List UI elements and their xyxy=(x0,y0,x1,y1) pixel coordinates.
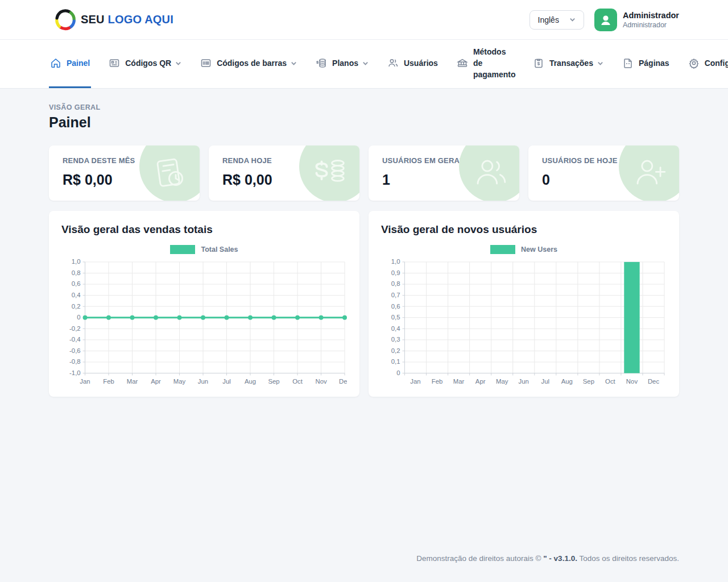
svg-text:Sep: Sep xyxy=(268,378,279,385)
stat-cards-row: RENDA DESTE MÊS R$ 0,00 RENDA HOJE R$ 0,… xyxy=(49,146,679,201)
qr-code-icon xyxy=(109,57,120,69)
plans-coins-icon xyxy=(316,57,327,69)
nav-item-codigos-qr[interactable]: Códigos QR xyxy=(107,40,183,88)
nav-item-codigos-de-barras[interactable]: Códigos de barras xyxy=(199,40,298,88)
svg-text:May: May xyxy=(496,378,508,385)
legend-label: New Users xyxy=(521,246,557,253)
barcode-icon xyxy=(200,57,212,69)
svg-text:Feb: Feb xyxy=(432,378,443,385)
svg-text:0: 0 xyxy=(396,369,400,376)
svg-text:-0,4: -0,4 xyxy=(69,336,81,343)
bank-icon xyxy=(457,57,468,69)
nav-item-metodos-de-pagamento[interactable]: Métodos de pagamento xyxy=(456,40,515,88)
total-sales-line-chart: 1,00,80,60,40,20-0,2-0,4-0,6-0,8-1,0JanF… xyxy=(61,257,347,390)
logo-text-black: SEU xyxy=(81,13,105,26)
svg-text:Feb: Feb xyxy=(103,378,114,385)
avatar xyxy=(594,9,617,31)
nav-item-painel[interactable]: Painel xyxy=(49,40,91,88)
svg-text:Apr: Apr xyxy=(475,378,486,385)
svg-text:0,7: 0,7 xyxy=(391,292,400,298)
footer-text: Todos os direitos reservados. xyxy=(577,554,679,563)
svg-text:Dec: Dec xyxy=(339,378,347,385)
chevron-down-icon xyxy=(597,60,603,66)
logo[interactable]: SEU LOGO AQUI xyxy=(53,8,173,32)
language-value: Inglês xyxy=(538,15,559,24)
user-role: Administrador xyxy=(623,21,679,29)
svg-text:-1,0: -1,0 xyxy=(69,369,81,376)
nav-label: Painel xyxy=(67,59,90,68)
svg-text:Nov: Nov xyxy=(315,378,327,385)
svg-text:Dec: Dec xyxy=(648,378,660,385)
svg-text:0,2: 0,2 xyxy=(391,347,400,354)
svg-text:0,2: 0,2 xyxy=(72,303,81,310)
stat-decoration xyxy=(139,146,200,201)
svg-text:0,6: 0,6 xyxy=(72,280,81,287)
nav-label: Códigos de barras xyxy=(217,59,287,68)
stat-decoration xyxy=(619,146,679,201)
language-selector[interactable]: Inglês xyxy=(530,10,584,30)
svg-text:Jan: Jan xyxy=(80,378,90,385)
stat-decoration xyxy=(459,146,519,201)
svg-text:0,1: 0,1 xyxy=(391,358,400,365)
new-users-chart-card: Visão geral de novos usuários New Users … xyxy=(369,211,679,397)
svg-text:Mar: Mar xyxy=(453,378,465,385)
transactions-icon xyxy=(533,57,544,69)
breadcrumb: VISÃO GERAL xyxy=(49,103,679,111)
footer-text: Demonstração de direitos autorais © xyxy=(416,554,543,563)
nav-label: Métodos de pagamento xyxy=(473,46,514,81)
svg-text:Apr: Apr xyxy=(151,378,161,385)
nav-item-paginas[interactable]: Páginas xyxy=(621,40,671,88)
main-content: VISÃO GERAL Painel RENDA DESTE MÊS R$ 0,… xyxy=(0,89,728,582)
nav-label: Usuários xyxy=(404,59,438,68)
nav-item-usuarios[interactable]: Usuários xyxy=(386,40,439,88)
total-sales-chart-card: Visão geral das vendas totais Total Sale… xyxy=(49,211,359,397)
chart-title: Visão geral de novos usuários xyxy=(381,223,667,236)
svg-text:1,0: 1,0 xyxy=(72,258,81,265)
home-icon xyxy=(50,57,61,69)
svg-text:0,8: 0,8 xyxy=(72,269,81,276)
svg-text:Oct: Oct xyxy=(292,378,303,385)
new-users-bar-chart: 1,00,90,80,70,60,50,40,30,20,10JanFebMar… xyxy=(381,257,667,390)
chart-legend[interactable]: Total Sales xyxy=(61,245,347,254)
nav-item-configuracoes[interactable]: Configurações xyxy=(687,40,728,88)
users-icon xyxy=(387,57,399,69)
user-plus-icon xyxy=(632,156,668,191)
nav-label: Páginas xyxy=(639,59,669,68)
svg-text:Mar: Mar xyxy=(127,378,138,385)
person-icon xyxy=(599,13,613,27)
stat-decoration xyxy=(299,146,359,201)
svg-text:Aug: Aug xyxy=(245,378,256,385)
user-menu[interactable]: Administrador Administrador xyxy=(594,9,679,31)
nav-item-transacoes[interactable]: Transações xyxy=(532,40,605,88)
gear-icon xyxy=(688,57,700,69)
chevron-down-icon xyxy=(291,60,297,66)
chevron-down-icon xyxy=(175,60,181,66)
footer: Demonstração de direitos autorais © " - … xyxy=(49,554,679,582)
svg-text:Aug: Aug xyxy=(561,378,573,385)
logo-swirl-icon xyxy=(53,8,77,32)
nav-item-planos[interactable]: Planos xyxy=(315,40,370,88)
stat-card-renda-deste-mes: RENDA DESTE MÊS R$ 0,00 xyxy=(49,146,200,201)
pages-icon xyxy=(622,57,634,69)
svg-text:0,4: 0,4 xyxy=(72,292,81,298)
chevron-down-icon xyxy=(569,16,576,23)
svg-text:Sep: Sep xyxy=(583,378,594,385)
stat-card-renda-hoje: RENDA HOJE R$ 0,00 xyxy=(209,146,359,201)
footer-version: " - v3.1.0. xyxy=(543,554,577,563)
svg-text:-0,8: -0,8 xyxy=(69,358,81,365)
chart-legend[interactable]: New Users xyxy=(381,245,667,254)
nav-label: Códigos QR xyxy=(125,59,171,68)
users-icon xyxy=(473,156,508,191)
main-nav: Painel Códigos QR Códigos de barras Plan… xyxy=(0,40,728,89)
svg-text:-0,6: -0,6 xyxy=(69,347,81,354)
dollar-coins-icon xyxy=(313,156,348,191)
nav-label: Configurações xyxy=(705,59,728,68)
legend-swatch xyxy=(170,245,195,254)
svg-text:Jul: Jul xyxy=(222,378,231,385)
legend-label: Total Sales xyxy=(201,246,238,253)
svg-text:Jul: Jul xyxy=(541,378,550,385)
chevron-down-icon xyxy=(362,60,369,66)
nav-label: Planos xyxy=(332,59,358,68)
svg-text:0: 0 xyxy=(77,314,80,321)
svg-text:Jun: Jun xyxy=(519,378,529,385)
